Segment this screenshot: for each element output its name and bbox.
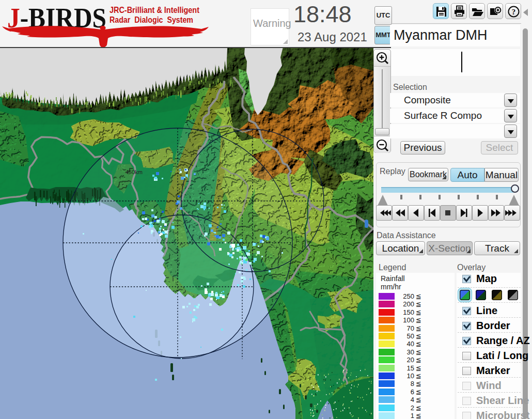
svg-text:450km: 450km	[126, 169, 143, 175]
svg-text:JRC-Brilliant & Intelligent: JRC-Brilliant & Intelligent	[109, 5, 199, 15]
svg-text:?: ?	[512, 8, 516, 16]
svg-text:Radar Dialogic System: Radar Dialogic System	[109, 15, 193, 25]
